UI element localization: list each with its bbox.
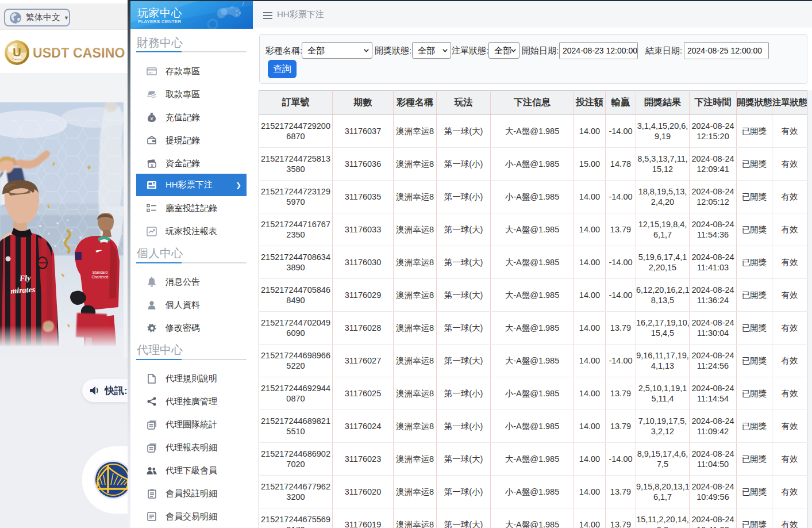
svg-text:Standard: Standard [93,270,108,274]
svg-text:Casino: Casino [12,58,22,61]
svg-text:USDT CASINO: USDT CASINO [33,45,125,60]
svg-text:U: U [13,46,21,59]
svg-text:$: $ [151,162,153,167]
svg-text:Chartered: Chartered [92,275,109,279]
svg-text:Fly: Fly [18,273,31,282]
svg-text:¥: ¥ [150,116,153,121]
svg-text:mirates: mirates [10,285,36,295]
